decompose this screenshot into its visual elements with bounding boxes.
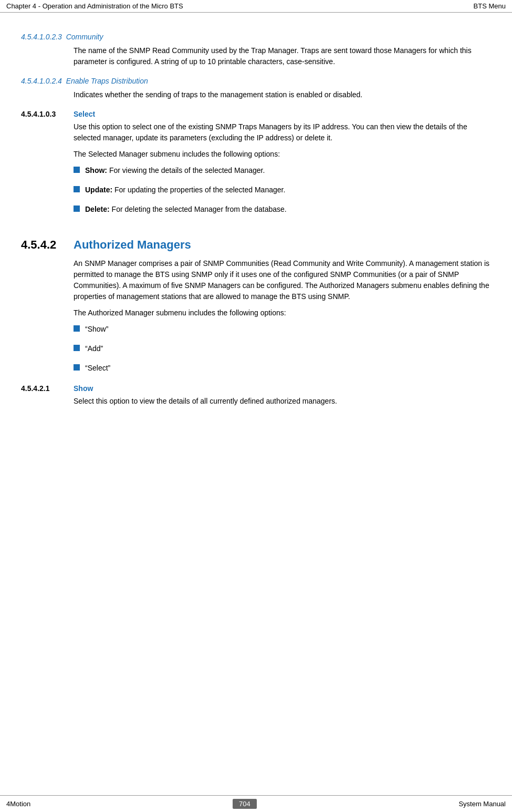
section-submenu-intro-select: The Selected Manager submenu includes th… — [74, 149, 491, 160]
bullet-icon-auth-select — [74, 364, 80, 371]
sub-section-number-show: 4.5.4.2.1 — [21, 384, 74, 393]
section-heading-enable-traps: 4.5.4.1.0.2.4 Enable Traps Distribution — [21, 77, 491, 85]
footer-right: System Manual — [458, 800, 506, 808]
section-title-select: Select — [74, 110, 95, 118]
section-body-community: The name of the SNMP Read Community used… — [74, 45, 491, 67]
bullet-label-show: Show: — [85, 166, 107, 174]
section-number-community: 4.5.4.1.0.2.3 — [21, 33, 62, 41]
section-body-select: Use this option to select one of the exi… — [74, 121, 491, 143]
bullet-auth-add: “Add” — [74, 343, 491, 354]
major-section-bullets-auth: “Show” “Add” “Select” — [74, 324, 491, 374]
bullet-auth-show: “Show” — [74, 324, 491, 335]
section-4-5-4-1-0-2-4: 4.5.4.1.0.2.4 Enable Traps Distribution … — [21, 77, 491, 100]
section-title-enable-traps: Enable Traps Distribution — [66, 77, 148, 85]
section-body-enable-traps: Indicates whether the sending of traps t… — [74, 89, 491, 100]
header-left: Chapter 4 - Operation and Administration… — [6, 2, 183, 10]
section-number-select: 4.5.4.1.0.3 — [21, 110, 74, 118]
bullet-update: Update: For updating the properties of t… — [74, 184, 491, 196]
bullet-icon-delete — [74, 205, 80, 212]
bullet-icon-update — [74, 186, 80, 192]
major-section-title-auth: Authorized Managers — [74, 238, 191, 251]
bullet-delete: Delete: For deleting the selected Manage… — [74, 204, 491, 215]
bullet-label-delete: Delete: — [85, 205, 110, 213]
section-title-community: Community — [66, 33, 103, 41]
bullet-icon-show — [74, 167, 80, 173]
bullet-icon-auth-add — [74, 345, 80, 351]
section-bullets-select: Show: For viewing the details of the sel… — [74, 165, 491, 215]
section-4-5-4-1-0-3: 4.5.4.1.0.3 Select Use this option to se… — [21, 110, 491, 223]
bullet-show: Show: For viewing the details of the sel… — [74, 165, 491, 176]
section-number-enable-traps: 4.5.4.1.0.2.4 — [21, 77, 62, 85]
section-heading-community: 4.5.4.1.0.2.3 Community — [21, 33, 491, 41]
bullet-label-update: Update: — [85, 186, 112, 194]
footer-left: 4Motion — [6, 800, 30, 808]
major-section-submenu-intro-auth: The Authorized Manager submenu includes … — [74, 307, 491, 318]
section-4-5-4-2: 4.5.4.2 Authorized Managers — [21, 238, 491, 252]
sub-section-title-show: Show — [74, 384, 93, 393]
page-footer: 4Motion 704 System Manual — [0, 795, 512, 812]
sub-section-body-show: Select this option to view the details o… — [74, 396, 491, 407]
bullet-text-delete: For deleting the selected Manager from t… — [112, 205, 287, 213]
bullet-text-auth-show: “Show” — [85, 324, 491, 335]
major-section-body-auth: An SNMP Manager comprises a pair of SNMP… — [74, 258, 491, 302]
bullet-text-update: For updating the properties of the selec… — [114, 186, 285, 194]
major-section-number-auth: 4.5.4.2 — [21, 238, 74, 252]
bullet-auth-select: “Select” — [74, 363, 491, 374]
footer-page-number: 704 — [233, 799, 257, 809]
main-content: 4.5.4.1.0.2.3 Community The name of the … — [0, 13, 512, 427]
header-right: BTS Menu — [474, 2, 506, 10]
section-4-5-4-1-0-2-3: 4.5.4.1.0.2.3 Community The name of the … — [21, 33, 491, 67]
page-header: Chapter 4 - Operation and Administration… — [0, 0, 512, 13]
bullet-text-auth-select: “Select” — [85, 363, 491, 374]
bullet-text-auth-add: “Add” — [85, 343, 491, 354]
section-4-5-4-2-1: 4.5.4.2.1 Show Select this option to vie… — [21, 384, 491, 412]
bullet-icon-auth-show — [74, 325, 80, 332]
bullet-text-show: For viewing the details of the selected … — [109, 166, 265, 174]
